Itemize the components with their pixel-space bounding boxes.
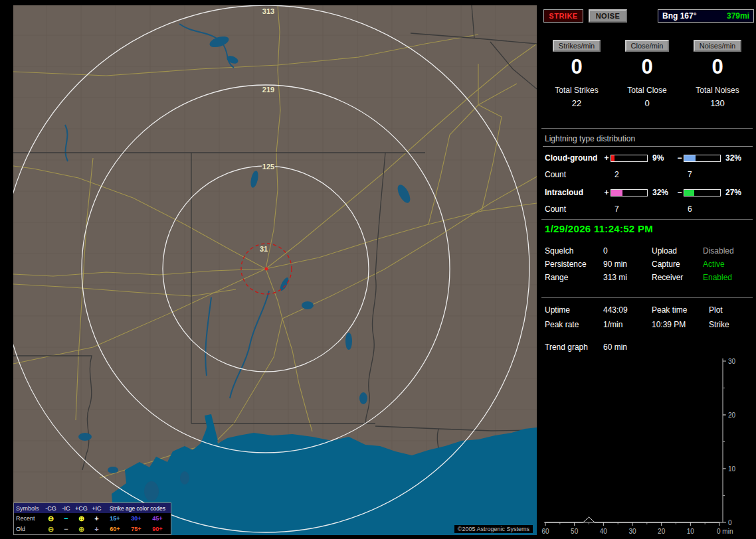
legend-recent-label: Recent <box>14 515 43 522</box>
upload-label: Upload <box>652 246 703 256</box>
strike-mode-button[interactable]: STRIKE <box>543 9 583 23</box>
age-60: 60+ <box>104 526 126 532</box>
session-grid: Uptime 443:09 Peak time Plot Peak rate 1… <box>545 303 753 332</box>
ic-plus-percent: 32% <box>649 188 676 197</box>
ic-minus-percent: 27% <box>722 188 749 197</box>
range-value: 313 mi <box>603 273 652 282</box>
bearing-distance: 379mi <box>727 11 749 21</box>
range-label: Range <box>545 273 603 282</box>
cg-plus-bar-fill <box>611 155 614 161</box>
lightning-map[interactable]: 313 219 125 31 Symbols -CG -IC +CG +IC S… <box>13 5 537 535</box>
distribution-title: Lightning type distribution <box>543 133 753 147</box>
legend-symbols-header: Symbols <box>14 505 43 512</box>
strike-legend: Symbols -CG -IC +CG +IC Strike age color… <box>13 502 171 535</box>
mode-row: STRIKE NOISE Bng 167° 379mi <box>543 9 754 23</box>
current-datetime: 1/29/2026 11:24:52 PM <box>545 223 753 234</box>
count-label: Count <box>543 204 603 214</box>
legend-row-recent: Recent ⊖ − ⊕ + 15+ 30+ 45+ <box>14 513 171 524</box>
receiver-center-marker <box>265 268 268 271</box>
strikes-counter: Strikes/min 0 Total Strikes 22 <box>541 40 612 108</box>
total-close-value: 0 <box>644 98 649 108</box>
age-45: 45+ <box>147 515 168 522</box>
svg-text:20: 20 <box>728 412 736 419</box>
cg-plus-bar <box>611 155 648 162</box>
svg-text:30: 30 <box>628 528 636 535</box>
ring-label-313: 313 <box>262 7 274 15</box>
separator <box>541 128 753 129</box>
copyright-text: ©2005 Astrogenic Systems <box>454 525 533 533</box>
age-90: 90+ <box>147 526 168 532</box>
ring-label-125: 125 <box>262 163 274 171</box>
pos-cg-old-icon: ⊕ <box>74 526 89 533</box>
cloud-ground-label: Cloud-ground <box>543 153 603 163</box>
map-canvas: 313 219 125 31 <box>13 5 537 535</box>
strikes-rate-value: 0 <box>571 56 582 78</box>
separator <box>541 219 753 220</box>
persistence-label: Persistence <box>545 260 603 269</box>
cloud-ground-count-row: Count 2 7 <box>543 167 753 182</box>
cg-plus-percent: 9% <box>649 153 676 163</box>
cg-minus-count: 7 <box>684 170 722 179</box>
ring-label-219: 219 <box>262 86 274 94</box>
count-label: Count <box>543 170 603 179</box>
cg-minus-percent: 32% <box>722 153 749 163</box>
neg-cg-recent-icon: ⊖ <box>43 515 58 522</box>
total-noises-value: 130 <box>710 98 725 108</box>
legend-old-label: Old <box>14 526 43 532</box>
legend-age-title: Strike age color codes <box>104 505 171 512</box>
total-strikes-value: 22 <box>572 98 581 108</box>
trend-graph-window: 60 min <box>603 343 753 352</box>
ic-minus-count: 6 <box>684 204 722 214</box>
ic-plus-bar-fill <box>611 190 622 196</box>
intracloud-count-row: Count 7 6 <box>543 202 753 216</box>
bearing-readout: Bng 167° 379mi <box>658 9 754 23</box>
minus-sign: − <box>676 153 684 163</box>
squelch-label: Squelch <box>545 246 603 256</box>
capture-label: Capture <box>652 260 703 269</box>
uptime-label: Uptime <box>545 305 603 315</box>
status-panel: 1/29/2026 11:24:52 PM Squelch 0 Upload D… <box>545 223 753 284</box>
ring-label-31: 31 <box>260 245 268 253</box>
svg-text:20: 20 <box>658 528 666 535</box>
plot-value: Strike <box>709 320 753 329</box>
noise-mode-button[interactable]: NOISE <box>589 9 627 23</box>
squelch-value: 0 <box>603 246 652 256</box>
sidebar: STRIKE NOISE Bng 167° 379mi Strikes/min … <box>541 0 756 539</box>
peak-time-label: Peak time <box>652 305 709 315</box>
trend-graph-row: Trend graph 60 min <box>545 343 753 352</box>
neg-ic-recent-icon: − <box>58 515 74 522</box>
trend-graph: 01020306050403020100 min <box>541 352 753 539</box>
ic-plus-count: 7 <box>611 204 649 214</box>
close-rate-value: 0 <box>641 56 652 78</box>
total-noises-label: Total Noises <box>696 86 739 95</box>
intracloud-row: Intracloud + 32% − 27% <box>543 186 753 199</box>
separator <box>541 297 753 298</box>
cg-minus-bar-fill <box>684 155 696 161</box>
cg-minus-bar <box>684 155 721 162</box>
upload-status: Disabled <box>703 246 753 256</box>
uptime-value: 443:09 <box>603 305 652 315</box>
minus-sign: − <box>676 188 684 197</box>
pos-cg-recent-icon: ⊕ <box>74 515 89 522</box>
close-counter: Close/min 0 Total Close 0 <box>612 40 682 108</box>
strikes-per-min-button[interactable]: Strikes/min <box>553 40 601 52</box>
svg-text:0 min: 0 min <box>717 528 733 535</box>
cg-plus-count: 2 <box>611 170 649 179</box>
total-close-label: Total Close <box>627 86 666 95</box>
receiver-label: Receiver <box>652 273 703 282</box>
svg-text:10: 10 <box>728 465 736 473</box>
neg-cg-old-icon: ⊖ <box>43 526 58 533</box>
plus-sign: + <box>603 153 611 163</box>
ic-minus-bar <box>684 189 721 196</box>
noises-counter: Noises/min 0 Total Noises 130 <box>682 40 753 108</box>
capture-status: Active <box>703 260 753 269</box>
ic-plus-bar <box>611 189 648 196</box>
close-per-min-button[interactable]: Close/min <box>625 40 670 52</box>
age-15: 15+ <box>104 515 126 522</box>
intracloud-label: Intracloud <box>543 188 603 197</box>
plus-sign: + <box>603 188 611 197</box>
legend-header: Symbols -CG -IC +CG +IC Strike age color… <box>14 503 171 513</box>
neg-ic-old-icon: − <box>58 526 74 533</box>
svg-text:50: 50 <box>571 528 579 535</box>
noises-per-min-button[interactable]: Noises/min <box>694 40 741 52</box>
